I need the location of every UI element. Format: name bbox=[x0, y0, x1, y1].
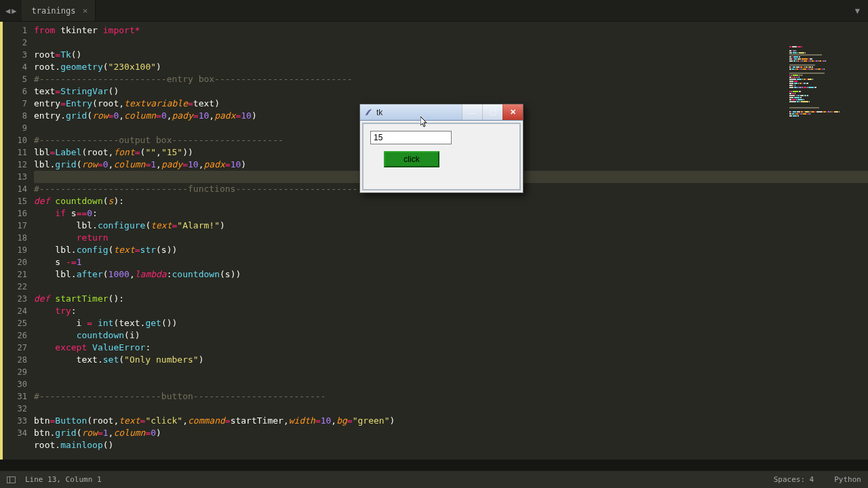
panel-toggle-icon[interactable] bbox=[7, 476, 16, 483]
close-icon[interactable]: × bbox=[83, 5, 88, 16]
maximize-button[interactable]: ▢ bbox=[482, 104, 502, 120]
tk-feather-icon bbox=[364, 108, 372, 117]
editor: 1234567891011121314151617181920212223242… bbox=[0, 22, 868, 460]
window-title: tk bbox=[376, 108, 382, 117]
nav-back-icon[interactable]: ◀ bbox=[5, 6, 10, 16]
nav-forward-icon[interactable]: ▶ bbox=[12, 6, 16, 16]
output-label bbox=[458, 131, 472, 144]
tab-trainings[interactable]: trainings × bbox=[22, 0, 95, 21]
minimize-button[interactable]: — bbox=[462, 104, 482, 120]
click-button[interactable]: click bbox=[384, 151, 439, 167]
close-button[interactable]: ✕ bbox=[502, 104, 523, 120]
tab-label: trainings bbox=[31, 6, 75, 16]
window-body: click bbox=[362, 123, 521, 190]
console-panel[interactable] bbox=[0, 460, 868, 470]
status-cursor-pos: Line 13, Column 1 bbox=[25, 475, 102, 484]
code-area[interactable]: from tkinter import*root=Tk()root.geomet… bbox=[34, 22, 868, 460]
entry-input[interactable] bbox=[370, 131, 452, 144]
status-language[interactable]: Python bbox=[834, 475, 861, 484]
tkinter-window[interactable]: tk — ▢ ✕ click bbox=[359, 104, 524, 193]
window-titlebar[interactable]: tk — ▢ ✕ bbox=[360, 104, 523, 121]
tab-bar: ◀ ▶ trainings × ▼ bbox=[0, 0, 868, 22]
line-number-gutter: 1234567891011121314151617181920212223242… bbox=[3, 22, 34, 460]
status-bar: Line 13, Column 1 Spaces: 4 Python bbox=[0, 470, 868, 488]
status-indent[interactable]: Spaces: 4 bbox=[774, 475, 814, 484]
overflow-menu-icon[interactable]: ▼ bbox=[847, 0, 868, 21]
